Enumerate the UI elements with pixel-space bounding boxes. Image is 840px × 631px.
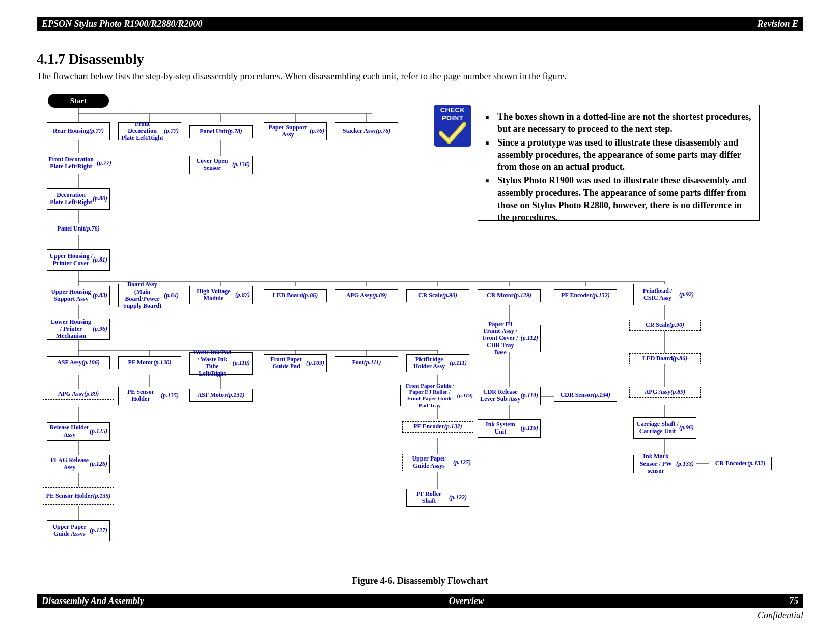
header-left: EPSON Stylus Photo R1900/R2880/R2000 xyxy=(42,19,203,30)
box-upper-housing-cover: Upper Housing / Printer Cover (p.81) xyxy=(47,249,110,271)
box-board-assy: Board Assy (Main Board/Power Supply Boar… xyxy=(118,284,181,307)
box-front-deco: Front Decoration Plate Left/Right (p.77) xyxy=(43,153,114,174)
box-hvm: High Voltage Module (p.87) xyxy=(189,286,253,304)
box-cr-scale2: CR Scale (p.90) xyxy=(629,320,701,331)
box-led-board2: LED Board (p.86) xyxy=(629,353,701,364)
box-cover-open: Cover Open Sensor (p.136) xyxy=(189,156,253,174)
box-ink-system: Ink System Unit (p.116) xyxy=(478,419,541,438)
footer-right: 75 xyxy=(789,596,798,607)
box-front-deco-top: Front Decoration Plate Left/Right (p.77) xyxy=(118,122,181,140)
confidential-label: Confidential xyxy=(758,610,803,621)
box-foot: Foot (p.111) xyxy=(335,356,398,369)
header-right: Revision E xyxy=(757,19,798,30)
box-apg-assy3: APG Assy (p.89) xyxy=(629,387,701,398)
box-cdr-sensor: CDR Sensor (p.134) xyxy=(554,389,617,402)
box-lower-housing: Lower Housing / Printer Mechanism (p.96) xyxy=(47,319,110,340)
notes-box: The boxes shown in a dotted-line are not… xyxy=(478,105,760,221)
box-cr-motor: CR Motor (p.129) xyxy=(478,289,541,302)
box-pictbridge: PictBridge Holder Assy (p.111) xyxy=(406,354,469,372)
box-front-paper-guide-pad: Front Paper Guide Pad (p.109) xyxy=(264,354,327,372)
checkmark-icon xyxy=(439,122,466,145)
box-asf-motor: ASF Motor (p.131) xyxy=(189,389,253,402)
check-point-badge: CHECK POINT xyxy=(434,105,471,147)
box-upper-paper-guide2: Upper Paper Guide Assys (p.127) xyxy=(47,520,110,541)
footer-left: Disassembly And Assembly xyxy=(42,596,144,607)
footer-bar: Disassembly And Assembly Overview 75 xyxy=(37,594,803,608)
box-panel-unit: Panel Unit (p.78) xyxy=(43,223,114,235)
note-item: The boxes shown in a dotted-line are not… xyxy=(497,110,752,135)
box-paper-ej: Paper EJ Frame Assy / Front Cover / CDR … xyxy=(478,325,541,352)
box-cdr-release: CDR Release Lever Sub Assy (p.114) xyxy=(478,387,541,405)
header-bar: EPSON Stylus Photo R1900/R2880/R2000 Rev… xyxy=(37,17,803,31)
start-node: Start xyxy=(48,94,109,108)
box-front-paper-guide-tray: Front Paper Guide / Paper EJ Roller / Fr… xyxy=(400,385,475,406)
box-ink-mark: Ink Mark Sensor / PW sensor (p.133) xyxy=(633,455,696,473)
box-pf-encoder: PF Encoder (p.132) xyxy=(554,289,617,302)
note-item: Stylus Photo R1900 was used to illustrat… xyxy=(497,174,752,223)
box-panel-unit-top: Panel Unit (p.78) xyxy=(189,125,253,138)
box-flag-release: FLAG Release Assy (p.126) xyxy=(47,455,110,473)
box-cr-encoder: CR Encoder (p.132) xyxy=(709,457,772,470)
box-upper-paper-guide: Upper Paper Guide Assys (p.127) xyxy=(402,454,473,471)
box-pf-motor: PF Motor (p.130) xyxy=(118,356,181,369)
check-label-2: POINT xyxy=(434,114,471,122)
box-rear-housing: Rear Housing (p.77) xyxy=(47,122,110,140)
box-pe-sensor2: PE Sensor Holder (p.135) xyxy=(43,487,114,505)
box-printhead: Printhead / CSIC Assy (p.92) xyxy=(633,284,696,305)
box-apg-assy: APG Assy (p.89) xyxy=(335,289,398,302)
note-item: Since a prototype was used to illustrate… xyxy=(497,136,752,174)
box-pf-encoder2: PF Encoder (p.132) xyxy=(402,421,473,433)
figure-caption: Figure 4-6. Disassembly Flowchart xyxy=(0,576,840,586)
section-title: 4.1.7 Disassembly xyxy=(37,51,144,67)
box-stacker: Stacker Assy (p.76) xyxy=(335,122,398,140)
box-release-holder: Release Holder Assy (p.125) xyxy=(47,422,110,441)
box-cr-scale: CR Scale (p.90) xyxy=(406,289,469,302)
footer-center: Overview xyxy=(449,596,484,607)
box-led-board: LED Board (p.86) xyxy=(264,289,327,302)
box-pe-sensor: PE Sensor Holder (p.135) xyxy=(118,387,181,405)
box-waste-ink: Waste Ink Pad / Waste Ink Tube Left/Righ… xyxy=(189,352,253,375)
box-apg-assy2: APG Assy (p.89) xyxy=(43,389,114,400)
box-carriage-shaft: Carriage Shaft / Carriage Unit (p.98) xyxy=(633,417,696,439)
box-paper-support: Paper Support Assy (p.76) xyxy=(264,122,327,140)
box-deco-plate: Decoration Plate Left/Right (p.80) xyxy=(47,188,110,210)
box-pf-roller: PF Roller Shaft (p.122) xyxy=(406,489,469,507)
flowchart-wires xyxy=(0,0,840,631)
box-asf-assy: ASF Assy (p.106) xyxy=(47,356,110,369)
check-label-1: CHECK xyxy=(434,106,471,114)
intro-text: The flowchart below lists the step-by-st… xyxy=(37,71,567,82)
box-upper-housing-support: Upper Housing Support Assy (p.83) xyxy=(47,286,110,305)
